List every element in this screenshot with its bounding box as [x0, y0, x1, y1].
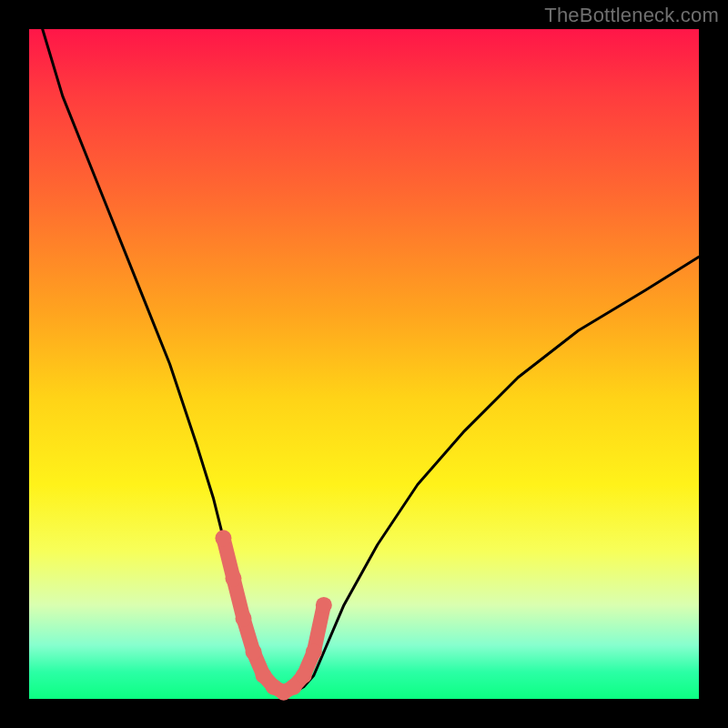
curve-svg: [29, 29, 699, 699]
chart-frame: TheBottleneck.com: [0, 0, 728, 728]
optimum-dot: [236, 611, 252, 627]
optimum-dot: [316, 597, 332, 613]
optimum-dot: [246, 643, 262, 660]
optimum-dot: [306, 643, 322, 660]
watermark-text: TheBottleneck.com: [544, 4, 719, 27]
bottleneck-curve: [43, 29, 699, 693]
plot-area: [29, 29, 699, 699]
optimum-dot: [225, 571, 241, 587]
optimum-dot: [296, 667, 312, 683]
optimum-dot: [215, 530, 231, 546]
